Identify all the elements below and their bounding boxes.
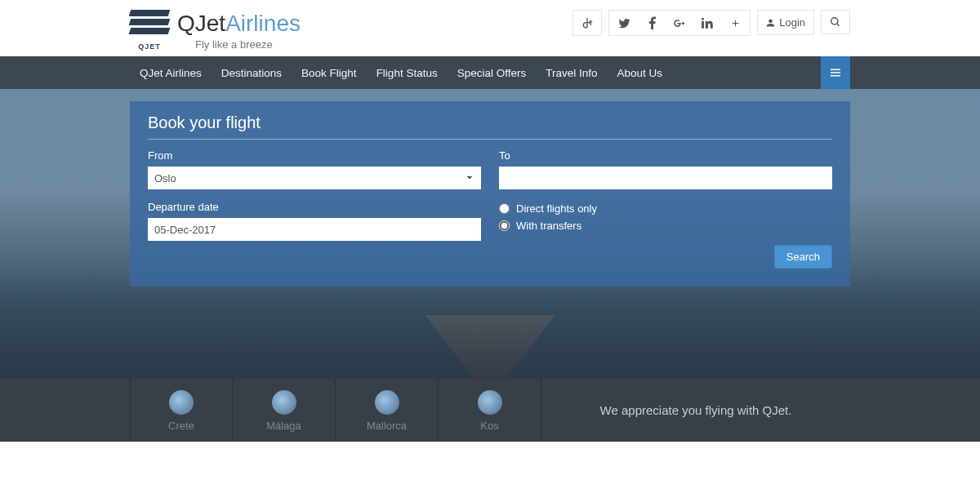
- hamburger-icon: [830, 68, 841, 78]
- from-label: From: [148, 149, 481, 162]
- twitter-icon[interactable]: [617, 17, 630, 29]
- user-icon: [766, 18, 775, 28]
- nav-item-book-flight[interactable]: Book Flight: [292, 57, 367, 89]
- nav-item-travel-info[interactable]: Travel Info: [536, 57, 607, 89]
- nav-item-special-offers[interactable]: Special Offers: [448, 57, 537, 89]
- strip-message: We appreciate you flying with QJet.: [541, 379, 850, 442]
- nav-item-about-us[interactable]: About Us: [608, 57, 673, 89]
- header: QJET QJetAirlines Fly like a breeze: [0, 0, 980, 56]
- google-plus-icon[interactable]: [673, 17, 686, 29]
- destination-item[interactable]: Mallorca: [336, 379, 439, 442]
- destination-image: [478, 390, 502, 415]
- openid-icon: [581, 16, 594, 29]
- departure-date-label: Departure date: [148, 201, 481, 213]
- destination-image: [375, 390, 399, 415]
- svg-point-0: [831, 18, 838, 24]
- social-links: [608, 10, 751, 36]
- to-label: To: [499, 149, 832, 162]
- destination-name: Málaga: [233, 420, 335, 432]
- svg-rect-3: [831, 72, 840, 73]
- svg-rect-2: [831, 69, 840, 71]
- destination-item[interactable]: Kos: [439, 379, 541, 442]
- facebook-icon[interactable]: [645, 16, 658, 29]
- header-actions: Login: [572, 8, 850, 36]
- direct-flights-radio[interactable]: [499, 203, 510, 214]
- with-transfers-radio[interactable]: [499, 220, 510, 231]
- hero-background-pier: [392, 273, 588, 379]
- login-label: Login: [779, 16, 805, 29]
- booking-title: Book your flight: [148, 113, 832, 140]
- nav-item-qjet-airlines[interactable]: QJet Airlines: [130, 57, 212, 89]
- login-button[interactable]: Login: [757, 10, 814, 35]
- from-select[interactable]: Oslo: [148, 167, 481, 189]
- nav-item-flight-status[interactable]: Flight Status: [367, 57, 448, 89]
- linkedin-icon[interactable]: [701, 17, 714, 29]
- destination-name: Crete: [131, 420, 232, 432]
- destination-item[interactable]: Málaga: [233, 379, 336, 442]
- nav-toggle-button[interactable]: [821, 56, 850, 89]
- booking-panel: Book your flight From Oslo To Departure …: [130, 101, 850, 287]
- destinations-strip: Crete Málaga Mallorca Kos We appreciate …: [0, 379, 980, 442]
- destination-item[interactable]: Crete: [130, 379, 233, 442]
- svg-rect-4: [831, 75, 840, 77]
- search-icon: [829, 16, 842, 28]
- brand[interactable]: QJET QJetAirlines Fly like a breeze: [130, 8, 301, 52]
- destination-image: [169, 390, 194, 415]
- svg-line-1: [837, 24, 840, 26]
- hero: Book your flight From Oslo To Departure …: [0, 89, 980, 379]
- logo-icon: QJET: [130, 8, 169, 52]
- destination-name: Mallorca: [336, 420, 438, 432]
- search-button[interactable]: [821, 10, 850, 34]
- destination-image: [272, 390, 296, 415]
- with-transfers-label: With transfers: [516, 220, 581, 232]
- to-input[interactable]: [499, 167, 832, 189]
- plus-icon[interactable]: [728, 18, 742, 29]
- nav-items: QJet Airlines Destinations Book Flight F…: [130, 57, 672, 89]
- search-flights-button[interactable]: Search: [774, 245, 832, 269]
- brand-title: QJetAirlines: [177, 11, 301, 37]
- direct-flights-label: Direct flights only: [516, 202, 597, 215]
- nav-item-destinations[interactable]: Destinations: [212, 57, 292, 89]
- main-nav: QJet Airlines Destinations Book Flight F…: [0, 56, 980, 89]
- openid-login-button[interactable]: [572, 10, 602, 36]
- brand-tagline: Fly like a breeze: [195, 38, 301, 51]
- destination-name: Kos: [439, 420, 541, 432]
- departure-date-input[interactable]: [148, 218, 481, 241]
